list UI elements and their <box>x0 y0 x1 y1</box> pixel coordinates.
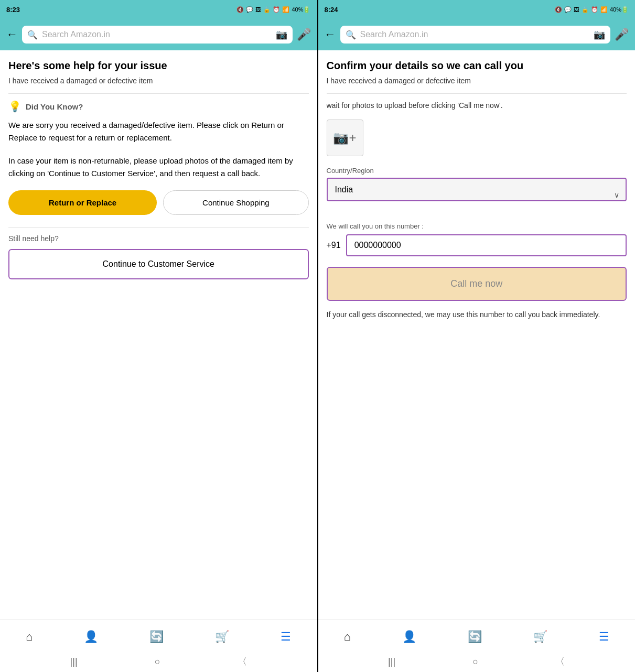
right-time: 8:24 <box>325 6 338 14</box>
left-search-input-wrapper[interactable]: 🔍 Search Amazon.in 📷 <box>22 26 293 44</box>
partial-scroll-text: wait for photos to upload before clickin… <box>327 100 627 111</box>
did-you-know-label: Did You Know? <box>26 102 83 111</box>
left-content: Here's some help for your issue I have r… <box>0 50 317 620</box>
left-android-nav: ||| ○ 〈 <box>0 651 317 672</box>
right-nav-cart[interactable]: 🛒 <box>533 630 547 644</box>
right-android-nav: ||| ○ 〈 <box>318 651 636 672</box>
right-chat-icon: 💬 <box>564 6 572 13</box>
return-replace-button[interactable]: Return or Replace <box>8 190 157 215</box>
alarm-icon: ⏰ <box>273 6 280 13</box>
right-lock-icon: 🔒 <box>582 6 589 13</box>
right-search-bar: ← 🔍 Search Amazon.in 📷 🎤 <box>318 19 636 50</box>
battery-icon: 40%🔋 <box>292 6 310 13</box>
left-android-back[interactable]: 〈 <box>238 655 247 668</box>
photo-upload-box[interactable]: 📷+ <box>327 120 363 156</box>
right-mic-icon[interactable]: 🎤 <box>615 28 629 41</box>
left-nav-refresh[interactable]: 🔄 <box>149 630 164 644</box>
right-image-icon: 🖼 <box>574 6 579 13</box>
right-status-icons: 🔇 💬 🖼 🔒 ⏰ 📶 40%🔋 <box>555 6 629 13</box>
left-nav-menu[interactable]: ☰ <box>281 630 291 644</box>
right-search-input-wrapper[interactable]: 🔍 Search Amazon.in 📷 <box>340 26 611 44</box>
notification-icon: 🔇 <box>236 6 244 13</box>
right-android-recent[interactable]: ||| <box>388 656 395 667</box>
signal-icon: 📶 <box>282 6 289 13</box>
left-nav-cart[interactable]: 🛒 <box>215 630 229 644</box>
right-content: Confirm your details so we can call you … <box>318 50 636 620</box>
photo-upload-icon: 📷+ <box>333 131 356 145</box>
call-disclaimer: If your call gets disconnected, we may u… <box>327 309 627 320</box>
help-text-1: We are sorry you received a damaged/defe… <box>8 119 309 144</box>
right-search-placeholder: Search Amazon.in <box>360 30 590 39</box>
left-back-button[interactable]: ← <box>6 28 18 41</box>
right-android-back[interactable]: 〈 <box>555 655 565 668</box>
left-divider-1 <box>8 93 309 94</box>
country-label: Country/Region <box>327 167 627 175</box>
right-battery-icon: 40%🔋 <box>610 6 629 13</box>
right-bottom-nav: ⌂ 👤 🔄 🛒 ☰ <box>318 620 636 651</box>
left-bottom-nav: ⌂ 👤 🔄 🛒 ☰ <box>0 620 317 651</box>
action-buttons: Return or Replace Continue Shopping <box>8 190 309 215</box>
left-panel: 8:23 🔇 💬 🖼 🔒 ⏰ 📶 40%🔋 ← 🔍 Search Amazon.… <box>0 0 317 672</box>
left-issue-subtitle: I have received a damaged or defective i… <box>8 77 309 85</box>
did-you-know-section: 💡 Did You Know? <box>8 100 309 113</box>
right-alarm-icon: ⏰ <box>591 6 598 13</box>
left-search-bar: ← 🔍 Search Amazon.in 📷 🎤 <box>0 19 317 50</box>
right-android-home[interactable]: ○ <box>472 656 478 667</box>
phone-label: We will call you on this number : <box>327 222 627 230</box>
left-android-recent[interactable]: ||| <box>70 656 78 667</box>
right-page-title: Confirm your details so we can call you <box>327 59 627 72</box>
country-select[interactable]: India United States United Kingdom <box>327 178 627 201</box>
right-panel: 8:24 🔇 💬 🖼 🔒 ⏰ 📶 40%🔋 ← 🔍 Search Amazon.… <box>318 0 636 672</box>
country-select-wrapper[interactable]: India United States United Kingdom ∨ <box>327 178 627 212</box>
phone-number-input[interactable] <box>346 234 627 256</box>
right-issue-subtitle: I have received a damaged or defective i… <box>327 77 627 85</box>
country-code: +91 <box>327 241 341 250</box>
right-back-button[interactable]: ← <box>325 28 336 41</box>
right-nav-home[interactable]: ⌂ <box>344 630 351 644</box>
right-search-icon: 🔍 <box>346 30 356 40</box>
bulb-icon: 💡 <box>8 100 21 113</box>
left-status-icons: 🔇 💬 🖼 🔒 ⏰ 📶 40%🔋 <box>236 6 310 13</box>
right-nav-refresh[interactable]: 🔄 <box>468 630 482 644</box>
right-nav-menu[interactable]: ☰ <box>599 630 609 644</box>
right-divider-1 <box>327 93 627 94</box>
help-text-2: In case your item is non-returnable, ple… <box>8 155 309 180</box>
left-page-title: Here's some help for your issue <box>8 59 309 72</box>
continue-to-customer-service-button[interactable]: Continue to Customer Service <box>8 249 309 279</box>
lock-icon: 🔒 <box>263 6 271 13</box>
right-status-bar: 8:24 🔇 💬 🖼 🔒 ⏰ 📶 40%🔋 <box>318 0 636 19</box>
left-nav-account[interactable]: 👤 <box>84 630 98 644</box>
left-camera-icon[interactable]: 📷 <box>276 29 287 40</box>
chat-icon: 💬 <box>246 6 253 13</box>
left-divider-2 <box>8 227 309 228</box>
left-time: 8:23 <box>6 6 20 14</box>
call-me-now-button[interactable]: Call me now <box>327 267 627 301</box>
left-search-placeholder: Search Amazon.in <box>42 30 272 39</box>
left-status-bar: 8:23 🔇 💬 🖼 🔒 ⏰ 📶 40%🔋 <box>0 0 317 19</box>
right-camera-icon[interactable]: 📷 <box>594 29 605 40</box>
right-signal-icon: 📶 <box>600 6 608 13</box>
still-need-help-label: Still need help? <box>8 234 309 243</box>
left-search-icon: 🔍 <box>27 30 38 40</box>
phone-input-row: +91 <box>327 234 627 256</box>
left-nav-home[interactable]: ⌂ <box>26 630 33 644</box>
left-android-home[interactable]: ○ <box>155 656 160 667</box>
continue-shopping-button[interactable]: Continue Shopping <box>163 190 308 215</box>
image-icon: 🖼 <box>255 6 261 13</box>
left-mic-icon[interactable]: 🎤 <box>297 28 311 41</box>
right-notification-icon: 🔇 <box>555 6 562 13</box>
right-nav-account[interactable]: 👤 <box>402 630 416 644</box>
